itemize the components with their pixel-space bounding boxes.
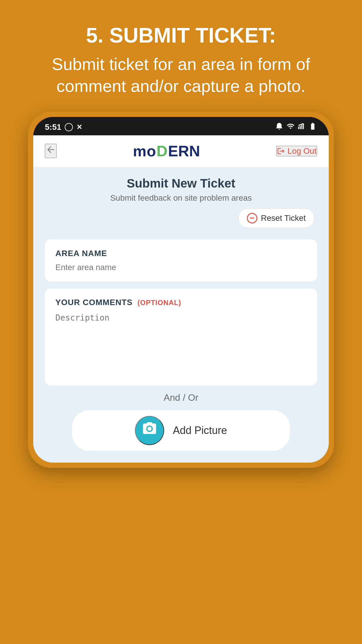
phone-outer: 5:51 ✕ — [33, 117, 329, 463]
camera-icon — [142, 421, 157, 440]
logo-text: m — [133, 142, 147, 160]
area-name-card: AREA NAME — [45, 239, 317, 281]
top-nav: m o D ERN Log Out — [33, 135, 329, 167]
svg-rect-1 — [300, 126, 301, 129]
logo-o: o — [147, 142, 156, 160]
logo-ern: ERN — [168, 142, 200, 160]
dot-icon — [65, 123, 73, 131]
app-logo: m o D ERN — [133, 142, 200, 160]
alarm-icon — [275, 122, 283, 132]
status-bar: 5:51 ✕ — [33, 117, 329, 135]
wifi-icon — [286, 122, 295, 132]
form-subtitle: Submit feedback on site problem areas — [45, 193, 317, 203]
x-icon: ✕ — [76, 123, 82, 131]
add-picture-area: Add Picture — [72, 410, 290, 451]
battery-icon — [308, 122, 317, 132]
form-header: Submit New Ticket Submit feedback on sit… — [33, 167, 329, 234]
minus-circle-icon: − — [247, 213, 257, 223]
comments-card: YOUR COMMENTS (OPTIONAL) — [45, 288, 317, 385]
reset-ticket-button[interactable]: − Reset Ticket — [238, 209, 314, 228]
svg-rect-0 — [298, 127, 299, 129]
area-name-input[interactable] — [55, 263, 307, 272]
logout-button[interactable]: Log Out — [276, 146, 317, 156]
logo-arrow-icon: D — [157, 142, 168, 160]
reset-label: Reset Ticket — [261, 214, 306, 223]
status-right — [275, 122, 317, 132]
add-picture-button[interactable] — [135, 416, 164, 445]
form-content: AREA NAME YOUR COMMENTS (OPTIONAL) And /… — [33, 234, 329, 463]
form-title: Submit New Ticket — [45, 176, 317, 190]
and-or-label: And / Or — [45, 392, 317, 403]
area-name-label: AREA NAME — [55, 249, 307, 258]
comments-label: YOUR COMMENTS (OPTIONAL) — [55, 298, 307, 307]
svg-rect-3 — [303, 124, 304, 129]
back-button[interactable] — [45, 144, 57, 158]
phone-wrapper: 5:51 ✕ — [28, 112, 334, 468]
status-left: 5:51 ✕ — [45, 123, 82, 132]
page-background: 5. SUBMIT TICKET: Submit ticket for an a… — [0, 0, 362, 644]
notch — [134, 117, 228, 134]
comments-input[interactable] — [55, 312, 307, 376]
svg-rect-2 — [301, 125, 302, 129]
optional-label: (OPTIONAL) — [138, 299, 181, 307]
time-display: 5:51 — [45, 123, 61, 132]
add-picture-label: Add Picture — [173, 424, 227, 437]
signal-icon — [298, 122, 305, 132]
logout-label: Log Out — [287, 146, 317, 156]
page-header: 5. SUBMIT TICKET: Submit ticket for an a… — [0, 0, 362, 112]
step-description: Submit ticket for an area in form of com… — [23, 53, 339, 97]
app-screen: m o D ERN Log Out Submit New Ticket Subm… — [33, 135, 329, 463]
step-title: 5. SUBMIT TICKET: — [23, 23, 339, 47]
